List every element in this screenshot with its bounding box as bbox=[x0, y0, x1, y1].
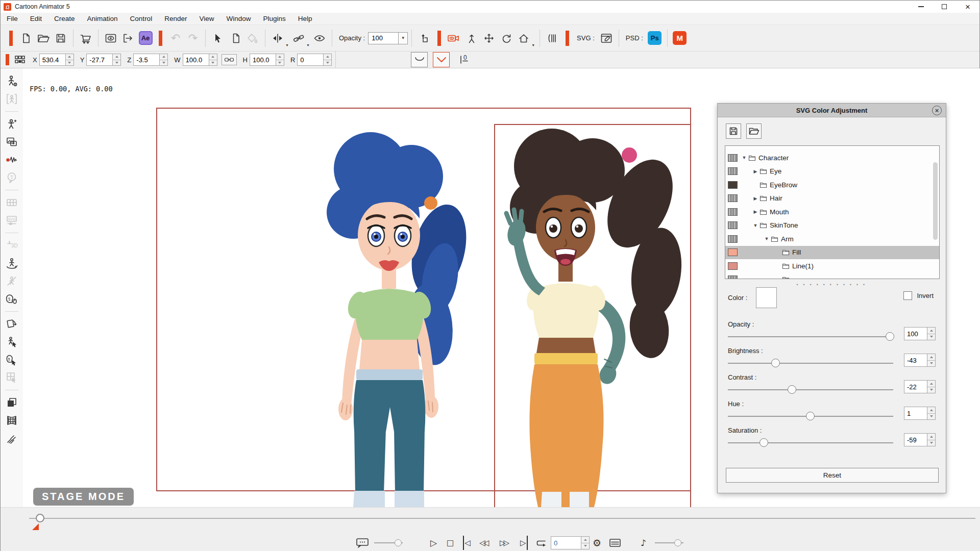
transform-x-down-icon[interactable] bbox=[66, 60, 74, 66]
menu-help[interactable]: Help bbox=[292, 13, 318, 24]
tree-row-line-1-[interactable]: Line(1) bbox=[725, 259, 939, 273]
transform-r-down-icon[interactable] bbox=[324, 60, 331, 66]
contrast-slider-handle[interactable] bbox=[788, 385, 796, 394]
invert-checkbox[interactable] bbox=[903, 291, 912, 300]
character-ponytail[interactable] bbox=[488, 119, 692, 507]
depth-layers-button[interactable] bbox=[544, 30, 561, 47]
home-view-button[interactable] bbox=[515, 30, 532, 47]
transform-r-up-icon[interactable] bbox=[324, 54, 331, 60]
tree-row-arm[interactable]: ▼Arm bbox=[725, 232, 939, 246]
saturation-slider-handle[interactable] bbox=[760, 438, 768, 447]
menu-file[interactable]: File bbox=[1, 13, 24, 24]
home-caret[interactable]: ▼ bbox=[531, 43, 535, 47]
transform-r-input[interactable] bbox=[298, 54, 323, 65]
saturation-up-icon[interactable] bbox=[927, 434, 935, 440]
brightness-slider-track[interactable] bbox=[728, 363, 893, 364]
previous-frame-button[interactable]: ◁◁ bbox=[479, 536, 489, 550]
transform-x-up-icon[interactable] bbox=[66, 54, 74, 60]
transform-y-up-icon[interactable] bbox=[113, 54, 120, 60]
tree-scrollbar-thumb[interactable] bbox=[933, 162, 938, 240]
move-tool-button[interactable] bbox=[480, 30, 498, 47]
loop-button[interactable] bbox=[535, 536, 548, 550]
stage-mode-button[interactable]: STAGE MODE bbox=[33, 488, 134, 506]
transform-z-down-icon[interactable] bbox=[160, 60, 167, 66]
transform-z-up-icon[interactable] bbox=[160, 54, 167, 60]
brightness-up-icon[interactable] bbox=[927, 354, 935, 360]
menu-render[interactable]: Render bbox=[158, 13, 193, 24]
opacity-combo[interactable]: ▼ bbox=[368, 32, 408, 44]
redo-button[interactable]: ↷ bbox=[184, 30, 202, 47]
hue-down-icon[interactable] bbox=[927, 413, 935, 420]
sidebar-svg-color[interactable]: SVG bbox=[5, 214, 18, 227]
contrast-down-icon[interactable] bbox=[927, 387, 935, 393]
sidebar-free-form-deform[interactable] bbox=[5, 414, 18, 427]
timeline-scrubber-track[interactable] bbox=[29, 518, 975, 519]
content-store-button[interactable] bbox=[77, 30, 94, 47]
rotate-tool-button[interactable] bbox=[498, 30, 515, 47]
hue-slider-handle[interactable] bbox=[806, 412, 815, 420]
reset-button[interactable]: Reset bbox=[726, 468, 939, 483]
maximize-button[interactable] bbox=[933, 1, 956, 13]
after-effects-button[interactable]: Ae bbox=[137, 30, 154, 47]
load-preset-button[interactable] bbox=[746, 123, 762, 139]
sidebar-3d-pose[interactable]: 3D bbox=[5, 239, 18, 252]
sidebar-sprite-switch[interactable] bbox=[5, 317, 18, 331]
transform-w[interactable] bbox=[183, 54, 217, 66]
timeline-panel-icon[interactable] bbox=[609, 536, 621, 550]
hue-input[interactable] bbox=[904, 407, 927, 419]
visibility-button[interactable] bbox=[311, 30, 328, 47]
transform-r[interactable] bbox=[297, 54, 332, 66]
menu-animation[interactable]: Animation bbox=[81, 13, 124, 24]
sidebar-turn-character[interactable] bbox=[5, 257, 18, 270]
export-button[interactable] bbox=[119, 30, 137, 47]
hue[interactable] bbox=[904, 407, 936, 420]
contrast[interactable] bbox=[904, 380, 936, 393]
save-button[interactable] bbox=[52, 30, 69, 47]
opacity-up-icon[interactable] bbox=[927, 328, 935, 334]
save-preset-button[interactable] bbox=[726, 123, 741, 139]
music-note-icon[interactable]: ♪ bbox=[641, 536, 646, 550]
open-project-button[interactable] bbox=[35, 30, 52, 47]
sidebar-character-off[interactable] bbox=[5, 274, 18, 288]
opacity-input[interactable] bbox=[904, 328, 927, 340]
wh-link-button[interactable] bbox=[222, 54, 237, 65]
transform-h[interactable] bbox=[250, 54, 284, 66]
sidebar-table-grid[interactable] bbox=[5, 196, 18, 209]
saturation[interactable] bbox=[904, 433, 936, 446]
master-volume-slider[interactable] bbox=[655, 536, 683, 550]
opacity-down-icon[interactable] bbox=[927, 334, 935, 340]
character-blue-hair[interactable] bbox=[294, 126, 483, 507]
transform-w-input[interactable] bbox=[183, 54, 209, 65]
photoshop-button[interactable]: Ps bbox=[646, 30, 664, 47]
minimize-button[interactable] bbox=[909, 1, 933, 13]
brightness[interactable] bbox=[904, 354, 936, 367]
expander-down-icon[interactable]: ▼ bbox=[763, 236, 771, 241]
paint-bucket-button[interactable] bbox=[244, 30, 261, 47]
sidebar-pick-face[interactable] bbox=[5, 353, 18, 366]
pin-anchor-button[interactable] bbox=[463, 30, 480, 47]
menu-edit[interactable]: Edit bbox=[24, 13, 48, 24]
go-to-start-button[interactable]: ◁ bbox=[463, 536, 471, 550]
panel-header[interactable]: SVG Color Adjustment × bbox=[718, 104, 946, 117]
saturation-down-icon[interactable] bbox=[927, 440, 935, 446]
frame-input[interactable] bbox=[551, 537, 581, 549]
menu-plugins[interactable]: Plugins bbox=[257, 13, 291, 24]
transform-y-input[interactable] bbox=[87, 54, 112, 65]
sidebar-media-props[interactable] bbox=[5, 135, 18, 148]
transform-x[interactable] bbox=[39, 54, 74, 66]
tree-row-eyebrow[interactable]: EyeBrow bbox=[725, 178, 939, 192]
tree-scrollbar[interactable] bbox=[933, 149, 938, 276]
curve-ease-button[interactable] bbox=[411, 52, 428, 67]
sidebar-record-audio[interactable] bbox=[5, 153, 18, 166]
expander-down-icon[interactable]: ▼ bbox=[740, 155, 748, 160]
playback-settings-gear-icon[interactable]: ⚙ bbox=[593, 536, 601, 550]
opacity[interactable] bbox=[904, 327, 936, 340]
sidebar-spring-bones[interactable] bbox=[5, 432, 18, 445]
opacity-slider-handle[interactable] bbox=[886, 332, 894, 341]
curve-linear-button[interactable] bbox=[433, 52, 450, 67]
new-project-button[interactable] bbox=[17, 30, 35, 47]
sidebar-layer-copy[interactable] bbox=[5, 396, 18, 409]
menu-window[interactable]: Window bbox=[220, 13, 257, 24]
expander-right-icon[interactable]: ▶ bbox=[751, 169, 760, 174]
sidebar-pick-grid[interactable] bbox=[5, 371, 18, 384]
